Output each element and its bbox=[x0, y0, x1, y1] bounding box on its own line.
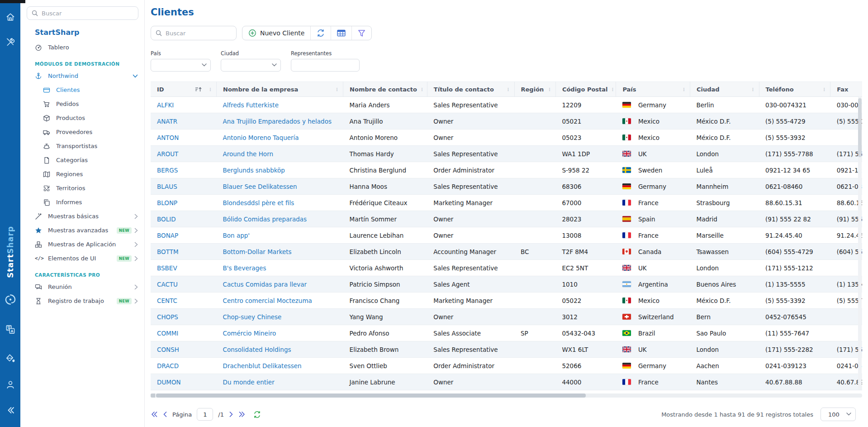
customer-id-link[interactable]: BONAP bbox=[157, 232, 178, 239]
table-row[interactable]: BSBEVB's BeveragesVictoria AshworthSales… bbox=[151, 260, 862, 276]
filter-country-select[interactable] bbox=[151, 59, 211, 72]
sidebar-item-regiones[interactable]: Regiones bbox=[27, 167, 140, 181]
filter-funnel-button[interactable] bbox=[351, 26, 371, 40]
customer-id-link[interactable]: COMMI bbox=[157, 330, 178, 337]
table-row[interactable]: BOLIDBólido Comidas preparadasMartín Som… bbox=[151, 211, 862, 227]
sidebar-item-tablero[interactable]: Tablero bbox=[27, 40, 140, 54]
customer-id-link[interactable]: BLAUS bbox=[157, 183, 177, 190]
logo-swirl-icon[interactable] bbox=[4, 293, 16, 306]
sidebar-item-muestras-de-aplicación[interactable]: Muestras de Aplicación bbox=[27, 237, 140, 251]
table-row[interactable]: BONAPBon app'Laurence LebihanOwner13008F… bbox=[151, 227, 862, 244]
company-name-link[interactable]: Consolidated Holdings bbox=[223, 346, 291, 353]
company-name-link[interactable]: Antonio Moreno Taquería bbox=[223, 134, 299, 141]
horizontal-scrollbar[interactable] bbox=[151, 393, 862, 398]
company-name-link[interactable]: B's Beverages bbox=[223, 264, 266, 272]
refresh-button[interactable] bbox=[310, 26, 331, 40]
grid-search-input[interactable] bbox=[151, 26, 237, 40]
table-row[interactable]: ALFKIAlfreds FutterkisteMaria AndersSale… bbox=[151, 97, 862, 113]
column-grip-icon[interactable]: ⋮ bbox=[205, 87, 213, 92]
table-row[interactable]: ANTONAntonio Moreno TaqueríaAntonio More… bbox=[151, 130, 862, 146]
customer-id-link[interactable]: CACTU bbox=[157, 281, 178, 288]
home-icon[interactable] bbox=[5, 12, 15, 22]
column-header-nombre-de-contacto[interactable]: Nombre de contacto⋮ bbox=[343, 82, 427, 97]
customer-id-link[interactable]: BSBEV bbox=[157, 264, 177, 272]
column-header-id[interactable]: ID⋮ bbox=[151, 82, 217, 97]
user-icon[interactable] bbox=[5, 379, 15, 390]
company-name-link[interactable]: Drachenblut Delikatessen bbox=[223, 362, 302, 369]
column-header-código-postal[interactable]: Código Postal⋮ bbox=[555, 82, 616, 97]
horizontal-scrollbar-thumb[interactable] bbox=[156, 393, 586, 398]
table-row[interactable]: BERGSBerglunds snabbköpChristina Berglun… bbox=[151, 162, 862, 178]
table-row[interactable]: CONSHConsolidated HoldingsElizabeth Brow… bbox=[151, 341, 862, 358]
company-name-link[interactable]: Berglunds snabbköp bbox=[223, 167, 285, 174]
column-header-fax[interactable]: Fax bbox=[830, 82, 862, 97]
sidebar-item-territorios[interactable]: Territorios bbox=[27, 181, 140, 195]
theme-icon[interactable] bbox=[5, 353, 15, 364]
company-name-link[interactable]: Bólido Comidas preparadas bbox=[223, 216, 307, 223]
sidebar-item-elementos-de-ui[interactable]: </>Elementos de UINEW bbox=[27, 251, 140, 265]
translate-icon[interactable]: 文A bbox=[5, 324, 15, 335]
sidebar-search-input[interactable] bbox=[27, 6, 138, 20]
sidebar-item-northwind[interactable]: Northwind bbox=[27, 69, 140, 83]
table-row[interactable]: CENTCCentro comercial MoctezumaFrancisco… bbox=[151, 293, 862, 309]
sidebar-item-proveedores[interactable]: Proveedores bbox=[27, 125, 140, 139]
table-row[interactable]: BLAUSBlauer See DelikatessenHanna MoosSa… bbox=[151, 178, 862, 195]
column-grip-icon[interactable]: ⋮ bbox=[748, 87, 755, 92]
customer-id-link[interactable]: BLONP bbox=[157, 199, 177, 206]
column-layout-button[interactable] bbox=[331, 26, 351, 40]
scroll-left-button[interactable] bbox=[151, 393, 155, 398]
company-name-link[interactable]: Bottom-Dollar Markets bbox=[223, 248, 292, 255]
company-name-link[interactable]: Chop-suey Chinese bbox=[223, 313, 282, 321]
customer-id-link[interactable]: BERGS bbox=[157, 167, 178, 174]
customer-id-link[interactable]: CHOPS bbox=[157, 313, 178, 321]
last-page-icon[interactable] bbox=[238, 411, 246, 417]
vertical-scrollbar[interactable] bbox=[858, 96, 862, 390]
column-header-nombre-de-la-empresa[interactable]: Nombre de la empresa⋮ bbox=[217, 82, 343, 97]
company-name-link[interactable]: Bon app' bbox=[223, 232, 250, 239]
new-client-button[interactable]: Nuevo Cliente bbox=[242, 26, 310, 40]
column-grip-icon[interactable]: ⋮ bbox=[417, 87, 424, 92]
column-header-país[interactable]: País⋮ bbox=[616, 82, 690, 97]
next-page-icon[interactable] bbox=[229, 411, 233, 417]
table-row[interactable]: DRACDDrachenblut DelikatessenSven Ottlie… bbox=[151, 358, 862, 374]
filter-representatives-input[interactable] bbox=[291, 59, 360, 72]
sidebar-item-registro-de-trabajo[interactable]: Registro de trabajoNEW bbox=[27, 294, 140, 308]
sidebar-item-muestras-básicas[interactable]: Muestras básicas bbox=[27, 209, 140, 223]
column-grip-icon[interactable]: ⋮ bbox=[332, 87, 339, 92]
column-header-título-de-contacto[interactable]: Título de contacto⋮ bbox=[427, 82, 514, 97]
customer-id-link[interactable]: CENTC bbox=[157, 297, 177, 304]
company-name-link[interactable]: Blauer See Delikatessen bbox=[223, 183, 297, 190]
company-name-link[interactable]: Blondesddsl père et fils bbox=[223, 199, 294, 206]
column-header-ciudad[interactable]: Ciudad⋮ bbox=[690, 82, 759, 97]
sidebar-item-reunión[interactable]: Reunión bbox=[27, 280, 140, 294]
customer-id-link[interactable]: BOLID bbox=[157, 216, 176, 223]
collapse-icon[interactable] bbox=[5, 405, 16, 416]
table-row[interactable]: BLONPBlondesddsl père et filsFrédérique … bbox=[151, 195, 862, 211]
sidebar-item-informes[interactable]: Informes bbox=[27, 195, 140, 209]
first-page-icon[interactable] bbox=[151, 411, 158, 417]
tools-icon[interactable] bbox=[5, 37, 15, 48]
table-row[interactable]: CACTUCactus Comidas para llevarPatricio … bbox=[151, 276, 862, 293]
sidebar-item-productos[interactable]: Productos bbox=[27, 111, 140, 125]
sidebar-item-muestras-avanzadas[interactable]: Muestras avanzadasNEW bbox=[27, 223, 140, 237]
prev-page-icon[interactable] bbox=[163, 411, 167, 417]
table-row[interactable]: CHOPSChop-suey ChineseYang WangOwner3012… bbox=[151, 309, 862, 325]
page-size-select[interactable]: 100 bbox=[821, 408, 856, 421]
company-name-link[interactable]: Cactus Comidas para llevar bbox=[223, 281, 307, 288]
sidebar-item-categorías[interactable]: Categorías bbox=[27, 153, 140, 167]
sidebar-item-transportistas[interactable]: Transportistas bbox=[27, 139, 140, 153]
company-name-link[interactable]: Du monde entier bbox=[223, 379, 275, 386]
filter-city-select[interactable] bbox=[221, 59, 281, 72]
customer-id-link[interactable]: CONSH bbox=[157, 346, 179, 353]
customer-id-link[interactable]: BOTTM bbox=[157, 248, 179, 255]
company-name-link[interactable]: Alfreds Futterkiste bbox=[223, 101, 279, 109]
table-row[interactable]: AROUTAround the HornThomas HardySales Re… bbox=[151, 146, 862, 162]
column-grip-icon[interactable]: ⋮ bbox=[679, 87, 686, 92]
refresh-icon[interactable] bbox=[253, 411, 261, 418]
column-grip-icon[interactable]: ⋮ bbox=[503, 87, 511, 92]
page-number-input[interactable] bbox=[197, 408, 213, 421]
customer-id-link[interactable]: ALFKI bbox=[157, 101, 174, 109]
customer-id-link[interactable]: ANTON bbox=[157, 134, 179, 141]
table-row[interactable]: COMMIComércio MineiroPedro AfonsoSales A… bbox=[151, 325, 862, 341]
column-grip-icon[interactable]: ⋮ bbox=[545, 87, 552, 92]
